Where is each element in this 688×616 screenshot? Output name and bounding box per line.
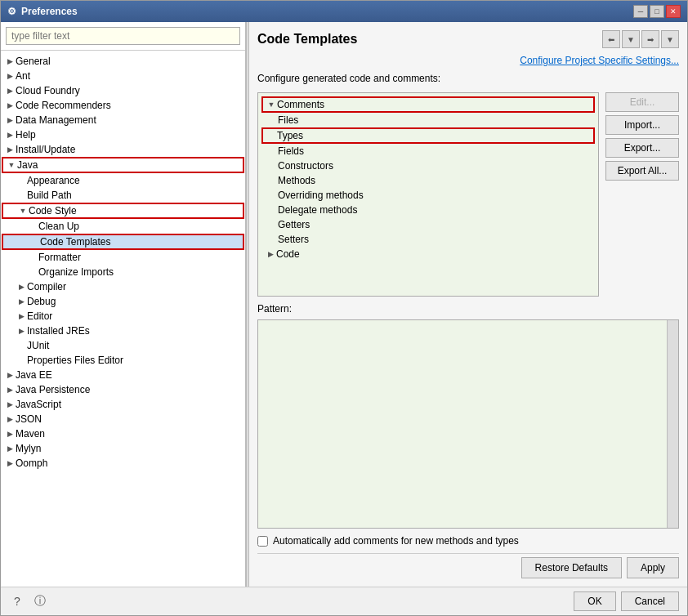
export-button[interactable]: Export... <box>605 138 679 158</box>
template-item-delegate[interactable]: Delegate methods <box>261 203 595 217</box>
sidebar-item-general[interactable]: General <box>1 54 245 69</box>
sidebar-item-install-update[interactable]: Install/Update <box>1 142 245 157</box>
sidebar-item-appearance[interactable]: Appearance <box>1 173 245 188</box>
auto-comments-checkbox[interactable] <box>257 536 268 547</box>
sidebar-item-data-management[interactable]: Data Management <box>1 113 245 127</box>
expand-icon <box>4 85 16 96</box>
sidebar-item-oomph[interactable]: Oomph <box>1 456 245 471</box>
import-button[interactable]: Import... <box>605 115 679 135</box>
ok-button[interactable]: OK <box>574 591 615 611</box>
sidebar-item-java-ee[interactable]: Java EE <box>1 368 245 382</box>
title-bar-left: ⚙ Preferences <box>7 6 78 17</box>
pattern-section: Pattern: <box>257 303 679 529</box>
filter-input[interactable] <box>6 27 240 45</box>
expand-icon <box>4 369 16 381</box>
sidebar-item-label: Properties Files Editor <box>27 355 123 366</box>
template-item-comments[interactable]: Comments <box>262 97 594 112</box>
sidebar-item-formatter[interactable]: Formatter <box>1 250 245 265</box>
template-item-code[interactable]: Code <box>261 247 595 261</box>
sidebar-item-label: Java <box>17 159 38 171</box>
configure-link-container: Configure Project Specific Settings... <box>257 55 679 66</box>
sidebar-item-code-recommenders[interactable]: Code Recommenders <box>1 98 245 113</box>
footer-btn-group: OK Cancel <box>574 591 679 611</box>
sidebar-item-junit[interactable]: JUnit <box>1 338 245 353</box>
sidebar-item-label: Mylyn <box>16 443 41 454</box>
back-button[interactable]: ⬅ <box>602 30 620 48</box>
filter-bar <box>1 22 245 51</box>
maximize-button[interactable]: □ <box>650 5 664 18</box>
left-tree: General Ant Cloud Foundry Code Recommend… <box>1 51 245 587</box>
sidebar-item-code-style[interactable]: Code Style <box>2 203 243 218</box>
expand-icon <box>266 99 277 110</box>
template-item-label: Getters <box>278 219 310 230</box>
template-item-setters[interactable]: Setters <box>261 232 595 247</box>
sidebar-item-javascript[interactable]: JavaScript <box>1 397 245 412</box>
template-item-constructors[interactable]: Constructors <box>261 158 595 173</box>
sidebar-item-label: Code Templates <box>40 236 111 248</box>
sidebar-item-properties-files[interactable]: Properties Files Editor <box>1 353 245 368</box>
sidebar-item-label: Ant <box>16 70 30 82</box>
sidebar-item-java[interactable]: Java <box>2 158 243 172</box>
sidebar-item-mylyn[interactable]: Mylyn <box>1 441 245 456</box>
sidebar-item-organize-imports[interactable]: Organize Imports <box>1 265 245 279</box>
expand-icon <box>6 159 17 171</box>
nav-dropdown2[interactable]: ▼ <box>661 30 679 48</box>
sidebar-item-build-path[interactable]: Build Path <box>1 188 245 203</box>
template-item-methods[interactable]: Methods <box>261 173 595 188</box>
configure-link[interactable]: Configure Project Specific Settings... <box>520 55 679 66</box>
sidebar-item-label: General <box>16 56 51 67</box>
sidebar-item-label: Debug <box>27 296 56 307</box>
template-item-fields[interactable]: Fields <box>261 144 595 158</box>
right-panel: Code Templates ⬅ ▼ ➡ ▼ Configure Project… <box>249 22 687 587</box>
page-title: Code Templates <box>257 32 357 47</box>
sidebar-item-label: Code Style <box>29 205 77 216</box>
template-item-getters[interactable]: Getters <box>261 217 595 232</box>
sidebar-item-installed-jres[interactable]: Installed JREs <box>1 324 245 338</box>
template-item-label: Overriding methods <box>278 190 364 201</box>
sidebar-item-label: Java Persistence <box>16 384 90 395</box>
sidebar-item-debug[interactable]: Debug <box>1 294 245 309</box>
scrollbar[interactable] <box>667 320 678 528</box>
restore-defaults-button[interactable]: Restore Defaults <box>521 557 622 578</box>
expand-icon <box>265 248 276 260</box>
forward-button[interactable]: ➡ <box>641 30 659 48</box>
sidebar-item-editor[interactable]: Editor <box>1 309 245 324</box>
cancel-button[interactable]: Cancel <box>621 591 679 611</box>
sidebar-item-label: Compiler <box>27 281 66 292</box>
expand-icon <box>16 296 27 307</box>
sidebar-item-maven[interactable]: Maven <box>1 426 245 441</box>
expand-icon <box>16 355 27 366</box>
sidebar-item-cloud-foundry[interactable]: Cloud Foundry <box>1 83 245 98</box>
expand-icon <box>4 428 16 440</box>
template-item-label: Constructors <box>278 160 333 172</box>
sidebar-item-label: JSON <box>16 413 42 425</box>
pattern-label: Pattern: <box>257 303 679 315</box>
title-bar-controls: ─ □ ✕ <box>633 5 681 18</box>
expand-icon <box>17 205 29 216</box>
sidebar-item-clean-up[interactable]: Clean Up <box>1 219 245 234</box>
sidebar-item-compiler[interactable]: Compiler <box>1 279 245 294</box>
sidebar-item-java-persistence[interactable]: Java Persistence <box>1 382 245 397</box>
template-item-label: Comments <box>277 99 324 110</box>
pattern-area <box>257 319 679 529</box>
close-button[interactable]: ✕ <box>666 5 681 18</box>
export-all-button[interactable]: Export All... <box>605 161 679 181</box>
minimize-button[interactable]: ─ <box>633 5 648 18</box>
templates-area: Comments Files Types Fields <box>257 92 679 297</box>
expand-icon <box>16 340 27 351</box>
title-bar: ⚙ Preferences ─ □ ✕ <box>1 1 687 22</box>
expand-icon <box>4 458 16 469</box>
template-item-overriding[interactable]: Overriding methods <box>261 188 595 203</box>
sidebar-item-json[interactable]: JSON <box>1 412 245 426</box>
apply-button[interactable]: Apply <box>627 557 679 578</box>
nav-dropdown1[interactable]: ▼ <box>622 30 640 48</box>
sidebar-item-help[interactable]: Help <box>1 127 245 142</box>
sidebar-item-ant[interactable]: Ant <box>1 69 245 83</box>
info-icon[interactable]: ⓘ <box>32 593 48 609</box>
help-icon[interactable]: ? <box>9 593 25 609</box>
sidebar-item-code-templates[interactable]: Code Templates <box>2 234 243 249</box>
edit-button[interactable]: Edit... <box>605 92 679 112</box>
sidebar-item-label: Organize Imports <box>38 266 114 278</box>
template-item-types[interactable]: Types <box>262 128 594 143</box>
template-item-files[interactable]: Files <box>261 113 595 127</box>
